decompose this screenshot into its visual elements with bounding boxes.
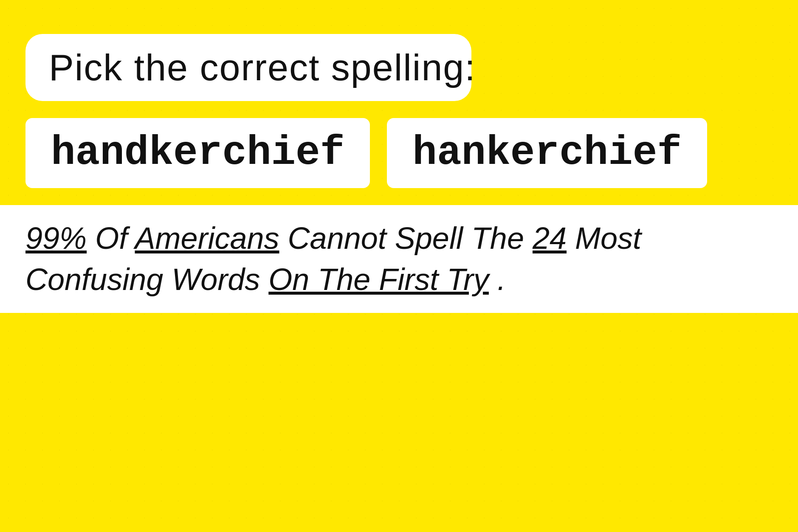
prompt-text: Pick the correct spelling:	[49, 46, 476, 88]
option-b-label: hankerchief	[412, 130, 682, 176]
subtitle-of: Of	[95, 221, 135, 255]
subtitle-cannot-spell: Cannot Spell The	[288, 221, 533, 255]
option-hankerchief[interactable]: hankerchief	[387, 118, 707, 188]
subtitle-99-percent: 99%	[25, 221, 87, 255]
subtitle-24: 24	[533, 221, 567, 255]
subtitle-confusing-words: Confusing Words	[25, 262, 268, 296]
subtitle-banner: 99% Of Americans Cannot Spell The 24 Mos…	[0, 205, 798, 313]
subtitle-period: .	[497, 262, 506, 296]
subtitle-text: 99% Of Americans Cannot Spell The 24 Mos…	[25, 218, 773, 300]
option-handkerchief[interactable]: handkerchief	[25, 118, 370, 188]
subtitle-on-the-first-try: On The First Try	[268, 262, 489, 296]
option-a-label: handkerchief	[51, 130, 344, 176]
prompt-pill: Pick the correct spelling:	[25, 34, 471, 101]
subtitle-most: Most	[575, 221, 641, 255]
subtitle-americans: Americans	[135, 221, 279, 255]
options-row: handkerchief hankerchief	[25, 118, 773, 188]
content-wrapper: Pick the correct spelling: handkerchief …	[0, 0, 798, 338]
